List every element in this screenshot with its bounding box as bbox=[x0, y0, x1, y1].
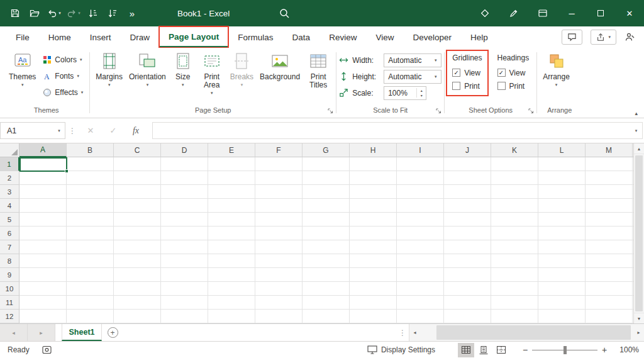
name-box[interactable]: A1 ▾ bbox=[0, 122, 65, 139]
zoom-slider[interactable] bbox=[532, 343, 597, 357]
save-button[interactable] bbox=[6, 4, 24, 23]
column-header-A[interactable]: A bbox=[19, 143, 67, 157]
column-header-L[interactable]: L bbox=[538, 143, 586, 157]
row-header-12[interactable]: 12 bbox=[0, 310, 19, 323]
column-header-B[interactable]: B bbox=[67, 143, 114, 157]
row-header-5[interactable]: 5 bbox=[0, 213, 19, 227]
print-titles-button[interactable]: Print Titles bbox=[303, 49, 333, 89]
effects-button[interactable]: Effects ▾ bbox=[39, 85, 87, 100]
row-header-6[interactable]: 6 bbox=[0, 227, 19, 240]
redo-button[interactable]: ▾ bbox=[65, 4, 82, 23]
formula-bar-expand-icon[interactable]: ▾ bbox=[630, 122, 643, 139]
selected-cell-A1[interactable] bbox=[19, 157, 67, 172]
tab-data[interactable]: Data bbox=[283, 26, 320, 48]
row-header-10[interactable]: 10 bbox=[0, 282, 19, 296]
normal-view-button[interactable] bbox=[458, 343, 474, 357]
customize-quick-access-button[interactable]: » bbox=[123, 4, 141, 23]
height-combobox[interactable]: Automatic ▾ bbox=[384, 70, 441, 84]
cancel-icon[interactable]: ✕ bbox=[79, 123, 102, 139]
column-header-H[interactable]: H bbox=[350, 143, 397, 157]
tab-developer[interactable]: Developer bbox=[403, 26, 461, 48]
row-header-1[interactable]: 1 bbox=[0, 157, 19, 171]
fill-handle[interactable] bbox=[65, 169, 69, 173]
add-ins-button[interactable] bbox=[470, 0, 499, 26]
row-header-11[interactable]: 11 bbox=[0, 296, 19, 310]
editing-mode-button[interactable] bbox=[625, 32, 635, 42]
horizontal-scroll-thumb[interactable] bbox=[436, 325, 631, 340]
scale-increment-icon[interactable]: ▴ bbox=[421, 88, 423, 92]
margins-button[interactable]: Margins ▾ bbox=[92, 49, 126, 87]
sort-ascending-button[interactable] bbox=[84, 4, 102, 23]
scale-spinner[interactable]: 100% ▴ ▾ bbox=[384, 86, 426, 100]
collapse-ribbon-icon[interactable]: ▴ bbox=[635, 110, 638, 116]
maximize-button[interactable] bbox=[586, 0, 615, 26]
vertical-scroll-track[interactable] bbox=[634, 154, 644, 313]
orientation-button[interactable]: Orientation ▾ bbox=[126, 49, 169, 87]
previous-sheet-icon[interactable]: ◂ bbox=[0, 324, 28, 341]
horizontal-scroll-track[interactable] bbox=[420, 324, 633, 341]
ribbon-display-options-button[interactable] bbox=[528, 0, 557, 26]
open-button[interactable] bbox=[26, 4, 43, 23]
print-area-button[interactable]: Print Area ▾ bbox=[197, 49, 227, 96]
display-settings-button[interactable]: Display Settings bbox=[367, 345, 435, 354]
zoom-out-button[interactable]: − bbox=[518, 345, 532, 355]
horizontal-scrollbar[interactable]: ◂ ▸ bbox=[409, 324, 644, 341]
breaks-button[interactable]: Breaks ▾ bbox=[227, 49, 257, 87]
scroll-down-icon[interactable]: ▾ bbox=[634, 313, 644, 323]
zoom-in-button[interactable]: + bbox=[597, 345, 611, 355]
share-button[interactable]: ▾ bbox=[591, 30, 616, 45]
row-header-4[interactable]: 4 bbox=[0, 199, 19, 213]
column-header-F[interactable]: F bbox=[255, 143, 303, 157]
undo-button[interactable]: ▾ bbox=[45, 4, 63, 23]
scroll-right-icon[interactable]: ▸ bbox=[633, 324, 644, 341]
colors-button[interactable]: Colors ▾ bbox=[39, 52, 87, 67]
size-button[interactable]: Size ▾ bbox=[169, 49, 197, 87]
draw-pen-button[interactable] bbox=[499, 0, 528, 26]
close-button[interactable]: ✕ bbox=[615, 0, 644, 26]
scroll-left-icon[interactable]: ◂ bbox=[409, 324, 420, 341]
insert-function-button[interactable]: fx bbox=[125, 123, 147, 139]
sort-descending-button[interactable] bbox=[104, 4, 121, 23]
column-header-C[interactable]: C bbox=[114, 143, 161, 157]
vertical-scroll-thumb[interactable] bbox=[635, 155, 643, 311]
column-header-J[interactable]: J bbox=[444, 143, 491, 157]
sheet-tab-sheet1[interactable]: Sheet1 bbox=[62, 324, 102, 341]
enter-icon[interactable]: ✓ bbox=[102, 123, 125, 139]
formula-bar-handle-icon[interactable]: ⋮ bbox=[65, 126, 79, 135]
headings-view-checkbox[interactable]: ✓ View bbox=[497, 66, 530, 79]
column-header-D[interactable]: D bbox=[161, 143, 208, 157]
scale-to-fit-dialog-launcher[interactable] bbox=[435, 107, 443, 115]
tab-insert[interactable]: Insert bbox=[80, 26, 121, 48]
comments-button[interactable] bbox=[562, 30, 582, 45]
tab-page-layout[interactable]: Page Layout bbox=[159, 26, 228, 48]
tab-formulas[interactable]: Formulas bbox=[228, 26, 282, 48]
page-setup-dialog-launcher[interactable] bbox=[326, 107, 335, 115]
undo-dropdown-icon[interactable]: ▾ bbox=[58, 11, 61, 16]
macro-record-button[interactable] bbox=[42, 345, 52, 354]
background-button[interactable]: Background bbox=[257, 49, 303, 81]
search-button[interactable] bbox=[279, 8, 290, 19]
column-header-I[interactable]: I bbox=[397, 143, 444, 157]
tab-bar-resize-handle[interactable]: ⋮ bbox=[396, 324, 409, 341]
scroll-up-icon[interactable]: ▴ bbox=[634, 143, 644, 154]
select-all-button[interactable] bbox=[0, 143, 19, 157]
tab-file[interactable]: File bbox=[6, 26, 39, 48]
fonts-button[interactable]: A Fonts ▾ bbox=[39, 69, 87, 84]
page-layout-view-button[interactable] bbox=[475, 343, 492, 357]
row-header-7[interactable]: 7 bbox=[0, 240, 19, 254]
sheet-canvas[interactable] bbox=[19, 157, 633, 323]
column-header-M[interactable]: M bbox=[586, 143, 633, 157]
zoom-percentage[interactable]: 100% bbox=[611, 345, 639, 354]
width-combobox[interactable]: Automatic ▾ bbox=[384, 53, 441, 67]
sheet-options-dialog-launcher[interactable] bbox=[527, 107, 535, 115]
arrange-button[interactable]: Arrange ▾ bbox=[540, 49, 573, 87]
scale-decrement-icon[interactable]: ▾ bbox=[421, 93, 423, 98]
name-box-dropdown-icon[interactable]: ▾ bbox=[53, 128, 65, 133]
column-header-G[interactable]: G bbox=[303, 143, 350, 157]
new-sheet-button[interactable]: + bbox=[102, 324, 123, 341]
next-sheet-icon[interactable]: ▸ bbox=[28, 324, 55, 341]
tab-help[interactable]: Help bbox=[461, 26, 497, 48]
tab-view[interactable]: View bbox=[366, 26, 403, 48]
tab-home[interactable]: Home bbox=[39, 26, 80, 48]
page-break-view-button[interactable] bbox=[493, 343, 509, 357]
